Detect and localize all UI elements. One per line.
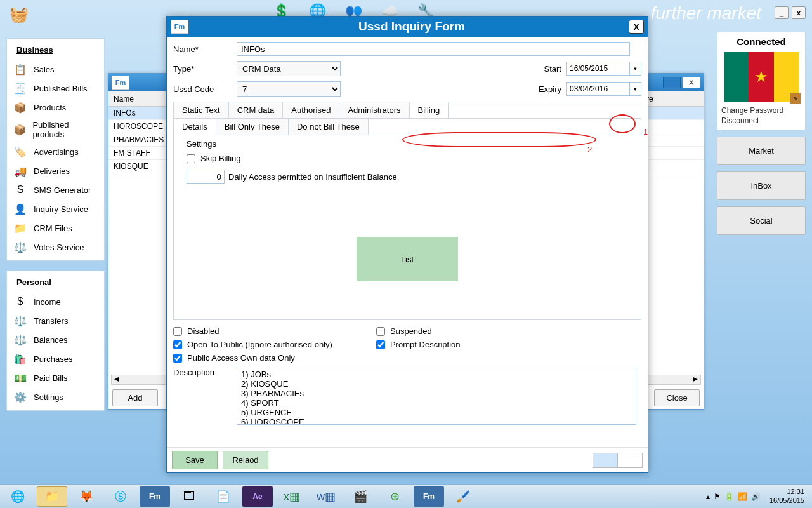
sidebar-item-paidbills[interactable]: 💵Paid Bills xyxy=(7,368,104,387)
market-button[interactable]: Market xyxy=(717,137,806,165)
task-ie-icon[interactable]: 🌐 xyxy=(3,486,33,507)
minimize-button[interactable]: _ xyxy=(775,6,789,19)
sidebar-item-published-products[interactable]: 📦Published products xyxy=(7,117,104,142)
name-label: Name* xyxy=(173,44,237,54)
personal-title: Personal xyxy=(7,275,104,292)
tray-vol-icon[interactable]: 🔊 xyxy=(751,492,761,501)
tab-authorised[interactable]: Authorised xyxy=(283,102,339,118)
open-public-checkbox[interactable] xyxy=(173,340,182,349)
list-min-button[interactable]: _ xyxy=(663,77,681,88)
task-mpc-icon[interactable]: 🎬 xyxy=(345,486,376,507)
subtab-do-not-bill[interactable]: Do not Bill These xyxy=(289,119,369,135)
social-button[interactable]: Social xyxy=(717,206,806,235)
business-menu: Business 📋Sales 🧾Published Bills 📦Produc… xyxy=(6,38,105,261)
tabs-area: Static Text CRM data Authorised Administ… xyxy=(173,102,641,320)
start-date-input[interactable] xyxy=(566,62,630,76)
dialog-close-button[interactable]: X xyxy=(629,20,644,34)
sidebar-item-products[interactable]: 📦Products xyxy=(7,98,104,117)
sidebar-item-income[interactable]: $Income xyxy=(7,292,104,311)
sidebar-item-deliveries[interactable]: 🚚Deliveries xyxy=(7,161,104,180)
task-fm-icon[interactable]: Fm xyxy=(140,486,170,507)
ussd-inquiry-dialog: Fm Ussd Inquiry Form X Name* Type* CRM D… xyxy=(166,16,648,473)
add-button[interactable]: Add xyxy=(112,389,158,406)
sidebar-item-purchases[interactable]: 🛍️Purchases xyxy=(7,349,104,368)
inbox-button[interactable]: InBox xyxy=(717,171,806,200)
task-skype-icon[interactable]: Ⓢ xyxy=(105,486,136,507)
disabled-checkbox[interactable] xyxy=(173,327,182,336)
reload-button[interactable]: Relaod xyxy=(223,451,268,469)
type-select[interactable]: CRM Data xyxy=(237,61,341,76)
sidebar-item-crm[interactable]: 📁CRM Files xyxy=(7,218,104,237)
sidebar-item-advertisings[interactable]: 🏷️Advertisings xyxy=(7,142,104,161)
connected-box: Connected ★ ✎ Change Password Disconnect xyxy=(717,32,806,130)
list-close-button[interactable]: X xyxy=(683,77,700,88)
status-box-1 xyxy=(593,453,618,468)
bills-icon: 🧾 xyxy=(13,82,27,95)
task-utorrent-icon[interactable]: ⊕ xyxy=(379,486,410,507)
close-button[interactable]: x xyxy=(792,6,806,19)
tab-strip: Static Text CRM data Authorised Administ… xyxy=(174,102,641,119)
tab-static-text[interactable]: Static Text xyxy=(174,102,229,118)
list-placeholder[interactable]: List xyxy=(357,237,458,281)
tray-battery-icon[interactable]: 🔋 xyxy=(724,492,734,501)
expiry-date-input[interactable] xyxy=(566,82,630,96)
description-label: Description xyxy=(173,368,237,377)
balances-icon: ⚖️ xyxy=(13,333,27,346)
task-excel-icon[interactable]: x▦ xyxy=(277,486,307,507)
task-fm2-icon[interactable]: Fm xyxy=(414,486,444,507)
description-textarea[interactable] xyxy=(237,368,636,425)
sidebar-item-settings[interactable]: ⚙️Settings xyxy=(7,387,104,406)
transfers-icon: ⚖️ xyxy=(13,314,27,327)
skip-billing-checkbox[interactable] xyxy=(187,154,195,163)
status-boxes xyxy=(593,453,643,468)
tray-up-icon[interactable]: ▴ xyxy=(706,492,710,501)
sidebar-item-sms[interactable]: SSMS Generator xyxy=(7,180,104,199)
suspended-checkbox[interactable] xyxy=(376,327,385,336)
sidebar-item-votes[interactable]: ⚖️Votes Service xyxy=(7,237,104,257)
task-word-icon[interactable]: w▦ xyxy=(311,486,341,507)
col-name[interactable]: Name xyxy=(108,95,172,104)
sidebar-item-balances[interactable]: ⚖️Balances xyxy=(7,330,104,349)
subtab-details[interactable]: Details xyxy=(174,119,216,135)
sidebar-item-transfers[interactable]: ⚖️Transfers xyxy=(7,311,104,330)
dialog-title: Ussd Inquiry Form xyxy=(195,20,629,34)
taskbar-clock[interactable]: 12:31 16/05/2015 xyxy=(769,488,804,504)
task-app1-icon[interactable]: 🗔 xyxy=(174,486,204,507)
task-explorer-icon[interactable]: 📁 xyxy=(37,486,67,507)
tab-administrators[interactable]: Administrators xyxy=(339,102,409,118)
ussd-select[interactable]: 7 xyxy=(237,81,341,97)
task-app3-icon[interactable]: 🖌️ xyxy=(448,486,478,507)
col-active[interactable]: tive xyxy=(641,95,698,104)
subtab-bill-only[interactable]: Bill Only These xyxy=(216,119,289,135)
disconnect-link[interactable]: Disconnect xyxy=(721,116,801,126)
sidebar-item-inquiry[interactable]: 👤Inquiry Service xyxy=(7,199,104,218)
votes-icon: ⚖️ xyxy=(13,241,27,253)
products-icon: 📦 xyxy=(13,101,27,114)
daily-access-input[interactable] xyxy=(187,170,225,184)
type-label: Type* xyxy=(173,64,237,74)
task-firefox-icon[interactable]: 🦊 xyxy=(71,486,102,507)
task-ae-icon[interactable]: Ae xyxy=(242,486,273,507)
tab-billing[interactable]: Billing xyxy=(410,102,449,118)
task-app2-icon[interactable]: 📄 xyxy=(208,486,239,507)
tab-crm-data[interactable]: CRM data xyxy=(229,102,284,118)
close-list-button[interactable]: Close xyxy=(654,389,700,406)
public-own-checkbox[interactable] xyxy=(173,354,182,363)
sms-icon: S xyxy=(13,184,27,196)
ussd-label: Ussd Code xyxy=(173,84,237,94)
dialog-titlebar: Fm Ussd Inquiry Form X xyxy=(167,17,648,37)
save-button[interactable]: Save xyxy=(172,451,218,469)
tray-net-icon[interactable]: 📶 xyxy=(738,492,747,501)
sidebar-item-sales[interactable]: 📋Sales xyxy=(7,60,104,79)
change-password-link[interactable]: Change Password xyxy=(721,105,801,116)
dialog-body: Name* Type* CRM Data Start ▾ Ussd Code 7… xyxy=(167,37,648,447)
deliveries-icon: 🚚 xyxy=(13,164,27,177)
tray-flag-icon[interactable]: ⚑ xyxy=(714,492,721,501)
expiry-dropdown-icon[interactable]: ▾ xyxy=(630,82,641,96)
basket-icon: 🧺 xyxy=(10,6,29,23)
sidebar-item-published-bills[interactable]: 🧾Published Bills xyxy=(7,79,104,98)
flag-badge-icon: ✎ xyxy=(790,93,801,104)
name-input[interactable] xyxy=(237,42,630,56)
start-dropdown-icon[interactable]: ▾ xyxy=(630,62,641,76)
prompt-desc-checkbox[interactable] xyxy=(376,340,385,349)
